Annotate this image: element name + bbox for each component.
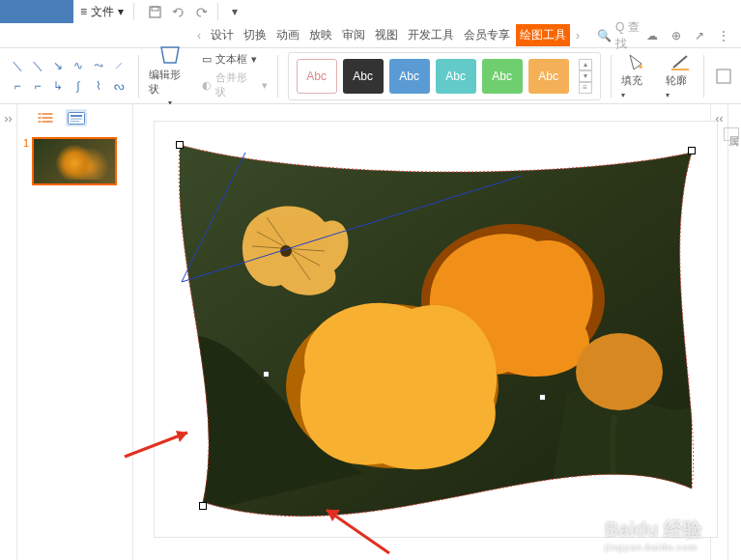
watermark-sub: jingyan.baidu.com — [605, 543, 702, 552]
separator — [217, 3, 218, 20]
outline-view-button[interactable] — [35, 109, 56, 126]
right-side-widget[interactable] — [724, 127, 739, 141]
resize-handle-tr[interactable] — [688, 147, 696, 154]
search-input[interactable]: 🔍 Q 查找 — [597, 19, 644, 52]
shape-scribble[interactable]: ᔓ — [109, 76, 128, 96]
fill-icon — [624, 52, 645, 71]
shape-curve2[interactable]: ∫ — [69, 76, 88, 96]
tab-review[interactable]: 审阅 — [338, 24, 369, 46]
tab-animation[interactable]: 动画 — [272, 24, 303, 46]
outline-button[interactable]: 轮廓 ▾ — [666, 52, 694, 99]
shape-elbow-arrow[interactable]: ↳ — [48, 76, 68, 96]
slide-number: 1 — [23, 137, 29, 185]
slide-thumbnail-1[interactable] — [32, 137, 117, 185]
share-icon[interactable]: ↗ — [695, 29, 704, 42]
tab-developer[interactable]: 开发工具 — [404, 24, 458, 46]
chevron-down-icon: ▾ — [118, 5, 124, 18]
style-preset-4[interactable]: Abc — [436, 59, 476, 94]
tab-transition[interactable]: 切换 — [240, 24, 271, 46]
shape-freeform[interactable]: ⟋ — [109, 56, 128, 75]
shape-style-gallery: Abc Abc Abc Abc Abc Abc ▴ ▾ ≡ — [288, 52, 601, 100]
shape-arrow[interactable]: ↘ — [48, 56, 68, 75]
slide-canvas-area: Baidu 经验 jingyan.baidu.com — [133, 104, 710, 560]
separator — [703, 55, 704, 98]
style-preset-6[interactable]: Abc — [528, 59, 569, 94]
notify-icon[interactable]: ⊕ — [671, 29, 681, 42]
shape-effects-button[interactable] — [714, 67, 733, 86]
shape-picker-grid[interactable]: ＼ ＼ ↘ ∿ ⤳ ⟋ ⌐ ⌐ ↳ ∫ ⌇ ᔓ — [8, 56, 128, 96]
effects-icon — [714, 67, 733, 86]
file-menu[interactable]: ≡ 文件 ▾ — [74, 4, 129, 20]
gallery-expand[interactable]: ≡ — [579, 82, 592, 94]
undo-button[interactable] — [167, 1, 188, 22]
gallery-scroll-up[interactable]: ▴ — [579, 59, 592, 70]
outline-label: 轮廓 — [666, 74, 687, 86]
save-button[interactable] — [144, 1, 165, 22]
svg-rect-4 — [717, 70, 730, 83]
chevron-down-icon: ▾ — [621, 91, 625, 99]
merge-shapes-label: 合并形状 — [215, 70, 257, 99]
merge-shapes-icon: ◐ — [202, 79, 212, 92]
file-menu-label: 文件 — [91, 4, 114, 20]
edit-shape-icon — [158, 44, 182, 66]
resize-handle-bl[interactable] — [199, 502, 207, 510]
style-preset-5[interactable]: Abc — [482, 59, 523, 94]
edit-shape-button[interactable]: 编辑形状 ▾ — [149, 44, 191, 107]
resize-handle-tl[interactable] — [176, 141, 184, 149]
shape-zigzag[interactable]: ⌇ — [89, 76, 108, 96]
shape-line[interactable]: ＼ — [8, 56, 27, 75]
svg-rect-3 — [671, 69, 689, 70]
tabs-next-button[interactable]: › — [572, 29, 584, 42]
gallery-scroll-down[interactable]: ▾ — [579, 70, 592, 82]
separator — [611, 55, 612, 98]
tab-view[interactable]: 视图 — [371, 24, 402, 46]
style-preset-1[interactable]: Abc — [297, 59, 337, 94]
slide-thumbnail-panel: 1 — [17, 104, 133, 560]
collapse-left-button[interactable]: ›› — [0, 104, 17, 560]
tab-slideshow[interactable]: 放映 — [305, 24, 336, 46]
separator — [277, 55, 278, 98]
outline-icon — [670, 52, 691, 71]
thumbnail-view-button[interactable] — [66, 109, 87, 126]
shape-elbow2[interactable]: ⌐ — [28, 76, 47, 96]
edited-image-shape[interactable] — [180, 145, 692, 518]
redo-button[interactable] — [190, 1, 212, 22]
slide-canvas[interactable] — [155, 122, 717, 537]
tab-member[interactable]: 会员专享 — [460, 24, 514, 46]
cloud-sync-icon[interactable]: ☁ — [646, 29, 658, 42]
search-placeholder: Q 查找 — [615, 19, 644, 52]
text-box-icon: ▭ — [202, 53, 212, 66]
svg-point-18 — [576, 333, 663, 410]
style-preset-2[interactable]: Abc — [343, 59, 384, 94]
bezier-handle-1[interactable] — [263, 371, 270, 378]
fill-button[interactable]: 填充 ▾ — [621, 52, 649, 99]
text-box-label: 文本框 — [215, 52, 247, 67]
shape-connector[interactable]: ⤳ — [89, 56, 108, 75]
svg-rect-13 — [71, 118, 82, 119]
svg-point-2 — [639, 65, 642, 69]
style-preset-3[interactable]: Abc — [389, 59, 430, 94]
edit-shape-label: 编辑形状 — [149, 68, 191, 97]
shape-elbow[interactable]: ⌐ — [8, 76, 27, 96]
chevron-down-icon: ▾ — [262, 79, 268, 92]
svg-rect-14 — [71, 121, 79, 122]
shape-line2[interactable]: ＼ — [28, 56, 47, 75]
more-icon[interactable]: ⋮ — [718, 29, 729, 42]
shape-curve[interactable]: ∿ — [69, 56, 88, 75]
tab-drawing-tools[interactable]: 绘图工具 — [516, 24, 570, 46]
chevron-down-icon: ▾ — [251, 53, 257, 66]
tab-design[interactable]: 设计 — [207, 24, 238, 46]
merge-shapes-button[interactable]: ◐ 合并形状 ▾ — [202, 70, 267, 99]
menu-icon: ≡ — [80, 5, 87, 18]
qat-overflow-button[interactable]: ▾ — [224, 1, 245, 22]
properties-panel-tab[interactable]: 属 — [727, 104, 741, 560]
app-logo-block — [0, 0, 73, 23]
bezier-handle-2[interactable] — [539, 394, 546, 401]
svg-point-19 — [280, 245, 292, 257]
chevron-down-icon: ▾ — [666, 91, 670, 99]
svg-rect-12 — [71, 115, 82, 117]
separator — [133, 3, 134, 20]
fill-label: 填充 — [621, 74, 642, 86]
text-box-button[interactable]: ▭ 文本框 ▾ — [202, 52, 267, 67]
tabs-prev-button[interactable]: ‹ — [193, 29, 205, 42]
